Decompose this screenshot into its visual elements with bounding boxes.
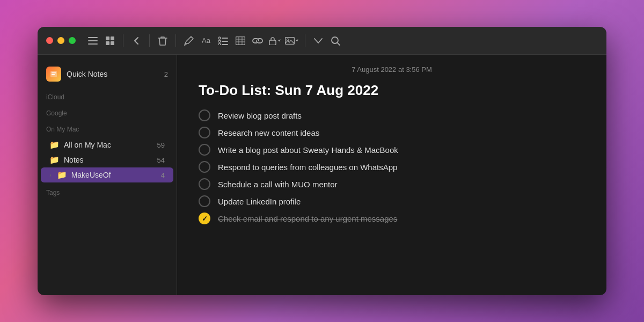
- folder-icon: 📁: [49, 140, 60, 150]
- svg-rect-12: [222, 44, 228, 45]
- compose-icon[interactable]: [180, 32, 197, 49]
- search-icon[interactable]: [327, 32, 344, 49]
- table-icon[interactable]: [232, 32, 249, 49]
- divider-3: [175, 34, 176, 47]
- maximize-button[interactable]: [69, 37, 76, 44]
- svg-rect-1: [88, 40, 98, 41]
- quick-notes-icon: [46, 67, 61, 82]
- unchecked-circle[interactable]: [199, 161, 210, 173]
- svg-rect-24: [52, 72, 56, 74]
- svg-rect-13: [236, 36, 245, 45]
- back-icon[interactable]: [128, 32, 145, 49]
- unchecked-circle[interactable]: [199, 195, 210, 207]
- todo-item[interactable]: ✓Check email and respond to any urgent m…: [199, 213, 585, 224]
- divider-4: [305, 34, 305, 47]
- svg-rect-18: [269, 40, 276, 45]
- svg-rect-4: [111, 36, 114, 40]
- all-on-my-mac-label: All on My Mac: [64, 141, 153, 149]
- svg-point-11: [218, 43, 221, 45]
- unchecked-circle[interactable]: [199, 109, 210, 121]
- all-on-my-mac-count: 59: [157, 141, 165, 149]
- link-icon[interactable]: [249, 32, 266, 49]
- sidebar-group-icloud: iCloud: [38, 91, 177, 103]
- note-title[interactable]: To-Do List: Sun 7 Aug 2022: [199, 82, 585, 99]
- svg-point-7: [218, 37, 221, 39]
- todo-text: Respond to queries from colleagues on Wh…: [218, 163, 397, 172]
- svg-rect-8: [222, 38, 228, 39]
- note-timestamp: 7 August 2022 at 3:56 PM: [199, 65, 585, 74]
- divider-1: [123, 34, 123, 47]
- svg-rect-2: [88, 43, 98, 45]
- todo-text: Research new content ideas: [218, 128, 319, 137]
- svg-rect-19: [286, 37, 295, 44]
- folder-icon-notes: 📁: [49, 155, 60, 165]
- list-view-icon[interactable]: [84, 32, 101, 49]
- unchecked-circle[interactable]: [199, 144, 210, 156]
- todo-text: Review blog post drafts: [218, 111, 302, 120]
- media-icon[interactable]: [283, 32, 301, 49]
- todo-list: Review blog post draftsResearch new cont…: [199, 109, 585, 224]
- notes-window: Aa: [38, 27, 606, 295]
- sidebar-item-notes[interactable]: 📁 Notes 54: [41, 152, 173, 167]
- todo-item[interactable]: Research new content ideas: [199, 127, 585, 138]
- todo-item[interactable]: Schedule a call with MUO mentor: [199, 178, 585, 190]
- checked-circle[interactable]: ✓: [199, 213, 210, 224]
- svg-line-22: [338, 43, 340, 45]
- makeuseOf-label: MakeUseOf: [71, 171, 157, 179]
- font-size-icon[interactable]: Aa: [197, 32, 215, 49]
- tags-label: Tags: [38, 182, 177, 199]
- checklist-icon[interactable]: [215, 32, 232, 49]
- svg-point-9: [218, 40, 221, 42]
- sidebar: Quick Notes 2 iCloud Google On My Mac 📁 …: [38, 55, 177, 295]
- lock-icon[interactable]: [266, 32, 283, 49]
- sidebar-group-onmymac: On My Mac: [38, 123, 177, 135]
- notes-count: 54: [157, 156, 165, 164]
- todo-text: Update LinkedIn profile: [218, 197, 301, 206]
- todo-text: Write a blog post about Sweaty Hands & M…: [218, 145, 398, 155]
- sidebar-item-quick-notes[interactable]: Quick Notes 2: [38, 63, 177, 85]
- minimize-button[interactable]: [57, 37, 64, 44]
- chevron-right-icon: ›: [49, 172, 52, 178]
- sidebar-item-all-on-my-mac[interactable]: 📁 All on My Mac 59: [41, 137, 173, 152]
- close-button[interactable]: [46, 37, 53, 44]
- todo-item[interactable]: Update LinkedIn profile: [199, 195, 585, 207]
- svg-rect-10: [222, 41, 228, 42]
- svg-rect-3: [106, 36, 109, 40]
- sidebar-item-makeuseOf[interactable]: › 📁 MakeUseOf 4: [41, 167, 173, 182]
- quick-notes-count: 2: [164, 70, 168, 78]
- todo-item[interactable]: Write a blog post about Sweaty Hands & M…: [199, 144, 585, 156]
- svg-point-21: [332, 37, 338, 43]
- note-area: 7 August 2022 at 3:56 PM To-Do List: Sun…: [177, 55, 606, 295]
- todo-item[interactable]: Respond to queries from colleagues on Wh…: [199, 161, 585, 173]
- quick-notes-label: Quick Notes: [67, 70, 159, 78]
- sidebar-group-google: Google: [38, 107, 177, 119]
- svg-rect-0: [88, 37, 98, 38]
- notes-label: Notes: [64, 156, 153, 164]
- content-area: Quick Notes 2 iCloud Google On My Mac 📁 …: [38, 55, 606, 295]
- grid-view-icon[interactable]: [101, 32, 119, 49]
- todo-text: Check email and respond to any urgent me…: [218, 214, 397, 223]
- unchecked-circle[interactable]: [199, 178, 210, 190]
- makeuseOf-count: 4: [161, 171, 165, 179]
- todo-item[interactable]: Review blog post drafts: [199, 109, 585, 121]
- divider-2: [149, 34, 150, 47]
- todo-text: Schedule a call with MUO mentor: [218, 180, 338, 189]
- toolbar: Aa: [38, 27, 606, 55]
- svg-rect-5: [106, 41, 109, 45]
- more-icon[interactable]: [310, 32, 327, 49]
- svg-rect-25: [52, 74, 55, 75]
- svg-rect-6: [111, 41, 114, 45]
- unchecked-circle[interactable]: [199, 127, 210, 138]
- traffic-lights: [46, 37, 76, 44]
- delete-icon[interactable]: [154, 32, 171, 49]
- folder-icon-makeuseOf: 📁: [57, 170, 67, 180]
